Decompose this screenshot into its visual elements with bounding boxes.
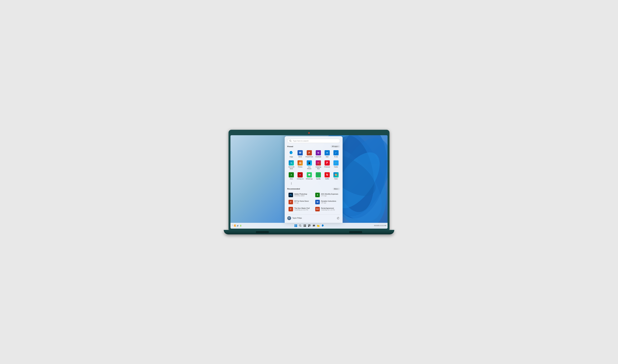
snipping-label: Snipping Tool bbox=[315, 166, 322, 170]
laptop-base bbox=[224, 230, 394, 234]
rec-title-photoshop: Adobe Photoshop bbox=[294, 193, 312, 195]
system-clock[interactable]: 01/12/21 11:11 AM bbox=[374, 225, 386, 227]
pinned-item-photos[interactable]: 🖼Photos bbox=[296, 159, 304, 171]
pinned-item-paint[interactable]: 🎨Paint bbox=[332, 171, 340, 181]
svg-rect-13 bbox=[304, 226, 305, 227]
rec-subtitle-rental: Yesterday at 1:15 PM bbox=[321, 209, 339, 211]
rec-item-photoshop[interactable]: PsAdobe PhotoshopRecently added bbox=[287, 192, 313, 198]
rec-icon-donation: W bbox=[315, 200, 320, 204]
paint-label: Paint bbox=[334, 178, 338, 180]
yourphone-icon: 📱 bbox=[307, 160, 312, 166]
pinned-item-onenote[interactable]: NOneNote bbox=[314, 149, 322, 159]
netflix-icon: N bbox=[325, 172, 330, 177]
camera-bar bbox=[231, 132, 387, 134]
word-icon: W bbox=[297, 150, 303, 155]
rec-subtitle-photoshop: Recently added bbox=[294, 195, 312, 196]
rec-item-expenses[interactable]: X2021 Monthly Expenses17m ago bbox=[314, 192, 340, 198]
pinned-item-powerpoint[interactable]: PPowerPoint bbox=[305, 149, 313, 159]
store-label: Microsoft Store bbox=[288, 166, 295, 170]
chat-button[interactable] bbox=[312, 224, 316, 227]
pinned-item-netflix[interactable]: NNetflix bbox=[323, 171, 331, 181]
more-button[interactable]: More › bbox=[333, 188, 340, 190]
speaker-icon[interactable]: 🔊 bbox=[237, 225, 239, 227]
search-icon bbox=[289, 140, 292, 142]
rec-icon-expenses: X bbox=[315, 193, 320, 197]
pinned-item-xbox[interactable]: XXbox bbox=[287, 171, 296, 181]
power-icon bbox=[337, 217, 339, 219]
mail-label: Mail bbox=[326, 156, 328, 158]
store-icon: 🛍 bbox=[289, 160, 294, 166]
taskbar-edge-button[interactable] bbox=[321, 224, 325, 227]
snipping-icon: ✂ bbox=[316, 160, 321, 166]
pinterest-icon: P bbox=[325, 160, 330, 166]
rec-item-diyhome[interactable]: PDIY for Home Decor2h ago bbox=[287, 199, 313, 205]
rec-icon-photoshop: Ps bbox=[289, 193, 293, 197]
onenote-icon: N bbox=[316, 150, 321, 155]
camera-dot bbox=[308, 132, 310, 134]
svg-line-10 bbox=[301, 226, 301, 227]
yourphone-label: Your Phone bbox=[306, 166, 313, 170]
pinned-item-amongus[interactable]: 👾Among Us bbox=[296, 171, 304, 181]
pinned-item-twitter[interactable]: 🐦Twitter bbox=[332, 159, 340, 171]
pinned-item-snipping[interactable]: ✂Snipping Tool bbox=[314, 159, 322, 171]
rec-subtitle-donation: 12h ago bbox=[321, 202, 339, 204]
svg-rect-19 bbox=[317, 225, 318, 226]
pinned-item-mail[interactable]: ✉Mail bbox=[323, 149, 331, 159]
rec-item-rental[interactable]: PDFRental AgreementYesterday at 1:15 PM bbox=[314, 206, 340, 212]
pinned-item-spotify[interactable]: 🎵Spotify bbox=[314, 171, 322, 181]
windows-logo bbox=[295, 224, 297, 227]
explorer-button[interactable] bbox=[317, 224, 320, 227]
rec-subtitle-zerowaste: Yesterday at 4:24 PM bbox=[294, 209, 312, 211]
widgets-button[interactable] bbox=[308, 224, 311, 227]
widgets-icon bbox=[308, 224, 311, 227]
xbox-label: Xbox bbox=[290, 178, 293, 180]
rec-title-rental: Rental Agreement bbox=[321, 207, 339, 209]
power-button[interactable] bbox=[336, 216, 340, 220]
rec-icon-diyhome: P bbox=[289, 200, 293, 204]
rec-item-zerowaste[interactable]: PThe Zero Waste ChefYesterday at 4:24 PM bbox=[287, 206, 313, 212]
search-bar[interactable]: Type here to search bbox=[287, 139, 340, 143]
pinned-item-word[interactable]: WWord bbox=[296, 149, 304, 159]
battery-icon[interactable]: 🔋 bbox=[240, 225, 242, 227]
pinned-item-todo[interactable]: ✓To Do bbox=[332, 149, 340, 159]
pinned-section-header: Pinned All apps › bbox=[287, 145, 340, 148]
whatsapp-icon: 💬 bbox=[307, 172, 312, 177]
powerpoint-icon: P bbox=[307, 150, 312, 155]
mail-icon: ✉ bbox=[325, 150, 330, 155]
pinned-item-edge[interactable]: Edge bbox=[287, 149, 296, 159]
hinge-right bbox=[349, 231, 362, 233]
hinge-left bbox=[256, 231, 269, 233]
wifi-icon[interactable]: 📶 bbox=[234, 225, 236, 227]
xbox-icon: X bbox=[289, 172, 294, 177]
task-view-button[interactable] bbox=[303, 224, 307, 227]
start-button[interactable] bbox=[294, 224, 297, 227]
all-apps-button[interactable]: All apps › bbox=[331, 145, 340, 148]
photos-icon: 🖼 bbox=[297, 160, 303, 166]
whatsapp-label: WhatsApp bbox=[306, 178, 313, 180]
pinned-item-pinterest[interactable]: PPinterest bbox=[323, 159, 331, 171]
pinned-item-yourphone[interactable]: 📱Your Phone bbox=[305, 159, 313, 171]
more-pinned-apps[interactable] bbox=[287, 182, 296, 185]
start-footer: TP Taylor Philips bbox=[287, 214, 340, 220]
pinned-grid: EdgeWWordPPowerPointNOneNote✉Mail✓To Do🛍… bbox=[287, 149, 340, 185]
svg-point-9 bbox=[299, 225, 301, 226]
taskbar-search-button[interactable] bbox=[298, 224, 302, 227]
pinned-item-store[interactable]: 🛍Microsoft Store bbox=[287, 159, 296, 171]
system-tray-left: ⌃ 📶 🔊 🔋 bbox=[232, 225, 245, 227]
recommended-section: Recommended More › PsAdobe PhotoshopRece… bbox=[287, 188, 340, 212]
search-placeholder: Type here to search bbox=[293, 140, 338, 142]
edge-label: Edge bbox=[290, 156, 293, 158]
spotify-icon: 🎵 bbox=[316, 172, 321, 177]
chevron-up-icon[interactable]: ⌃ bbox=[232, 225, 233, 227]
task-view-icon bbox=[304, 224, 306, 227]
taskbar-edge-icon bbox=[322, 224, 324, 227]
pinned-item-whatsapp[interactable]: 💬WhatsApp bbox=[305, 171, 313, 181]
rec-subtitle-expenses: 17m ago bbox=[321, 195, 339, 196]
rec-item-donation[interactable]: WDonation Instructions12h ago bbox=[314, 199, 340, 205]
edge-icon bbox=[289, 150, 294, 155]
svg-point-7 bbox=[290, 140, 291, 142]
user-profile[interactable]: TP Taylor Philips bbox=[287, 216, 302, 220]
rec-title-donation: Donation Instructions bbox=[321, 200, 339, 202]
todo-icon: ✓ bbox=[333, 150, 338, 155]
word-label: Word bbox=[298, 156, 302, 158]
